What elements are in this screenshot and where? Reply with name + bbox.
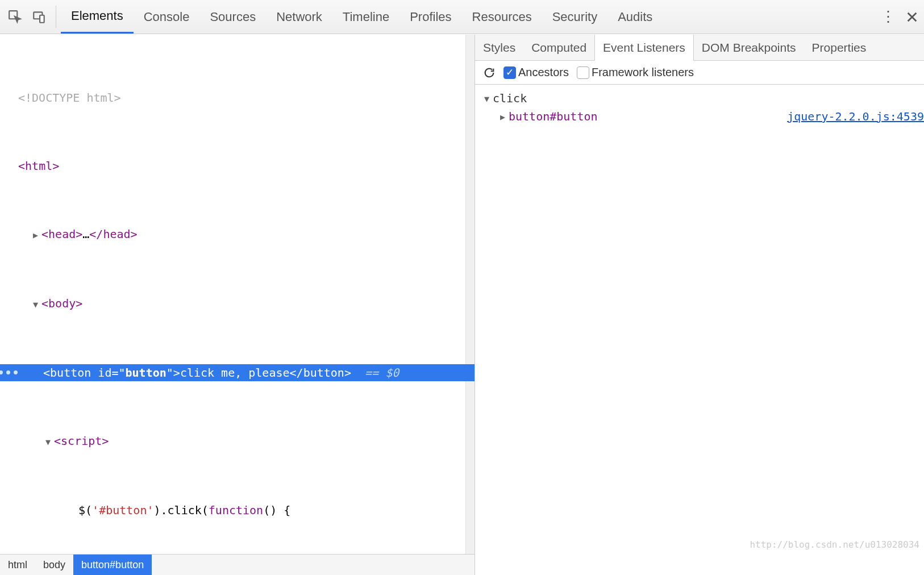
line-actions-icon[interactable]: •••	[0, 364, 17, 381]
ancestors-checkbox[interactable]: ✓ Ancestors	[503, 66, 569, 79]
event-target-label: button#button	[509, 108, 598, 125]
doctype-line: <!DOCTYPE html>	[6, 89, 475, 106]
checkbox-unchecked-icon	[577, 66, 589, 79]
source-link[interactable]: jquery-2.2.0.js:4539	[787, 108, 924, 125]
select-element-icon[interactable]	[3, 0, 27, 34]
tab-network[interactable]: Network	[266, 0, 332, 34]
breadcrumb: html body button#button	[0, 554, 475, 575]
collapse-arrow-icon[interactable]	[43, 432, 53, 451]
script-line-1: $('#button').click(function() {	[6, 502, 475, 519]
ancestors-label: Ancestors	[518, 66, 569, 79]
collapse-arrow-icon[interactable]	[482, 89, 492, 107]
framework-label: Framework listeners	[592, 66, 694, 79]
tab-elements[interactable]: Elements	[61, 0, 134, 34]
event-target-row[interactable]: button#button jquery-2.2.0.js:4539	[482, 107, 924, 126]
framework-checkbox[interactable]: Framework listeners	[577, 66, 694, 79]
event-type-label: click	[493, 90, 527, 107]
html-open-line[interactable]: <html>	[6, 157, 475, 174]
head-line[interactable]: <head>…</head>	[6, 226, 475, 244]
separator	[56, 6, 56, 28]
tab-resources[interactable]: Resources	[462, 0, 542, 34]
watermark-text: http://blog.csdn.net/u013028034	[750, 539, 919, 550]
dom-tree[interactable]: <!DOCTYPE html> <html> <head>…</head> <b…	[0, 35, 475, 554]
sub-tab-dom-breakpoints[interactable]: DOM Breakpoints	[694, 35, 804, 60]
selected-button-line[interactable]: •••<button id="button">click me, please<…	[6, 364, 475, 381]
elements-tree-pane: <!DOCTYPE html> <html> <head>…</head> <b…	[0, 35, 475, 575]
script-open-line[interactable]: <script>	[6, 432, 475, 451]
main-tabset: Elements Console Sources Network Timelin…	[61, 0, 663, 34]
tab-profiles[interactable]: Profiles	[399, 0, 461, 34]
crumb-button[interactable]: button#button	[73, 555, 152, 575]
expand-arrow-icon[interactable]	[498, 107, 507, 126]
collapse-arrow-icon[interactable]	[31, 295, 40, 313]
sub-tab-styles[interactable]: Styles	[475, 35, 523, 60]
expand-arrow-icon[interactable]	[31, 226, 40, 244]
toggle-device-icon[interactable]	[27, 0, 51, 34]
event-category-row[interactable]: click	[482, 89, 924, 107]
sub-tab-event-listeners[interactable]: Event Listeners	[594, 35, 694, 61]
sidebar-pane: Styles Computed Event Listeners DOM Brea…	[475, 35, 924, 575]
body-open-line[interactable]: <body>	[6, 295, 475, 313]
svg-rect-2	[40, 15, 44, 22]
sidebar-tabset: Styles Computed Event Listeners DOM Brea…	[475, 35, 924, 61]
sub-tab-properties[interactable]: Properties	[804, 35, 875, 60]
listeners-toolbar: ✓ Ancestors Framework listeners	[475, 61, 924, 85]
devtools-top-bar: Elements Console Sources Network Timelin…	[0, 0, 924, 34]
tab-audits[interactable]: Audits	[607, 0, 663, 34]
tab-timeline[interactable]: Timeline	[332, 0, 399, 34]
sub-tab-computed[interactable]: Computed	[523, 35, 594, 60]
tab-console[interactable]: Console	[134, 0, 200, 34]
tab-security[interactable]: Security	[542, 0, 607, 34]
event-listener-list: click button#button jquery-2.2.0.js:4539	[475, 85, 924, 126]
tab-sources[interactable]: Sources	[199, 0, 266, 34]
crumb-body[interactable]: body	[35, 555, 73, 575]
close-icon[interactable]	[900, 0, 924, 34]
kebab-menu-icon[interactable]: ⋮	[876, 0, 900, 34]
crumb-html[interactable]: html	[0, 555, 35, 575]
scrollbar[interactable]	[465, 35, 475, 554]
main-area: <!DOCTYPE html> <html> <head>…</head> <b…	[0, 34, 924, 575]
checkbox-checked-icon: ✓	[503, 66, 516, 79]
refresh-icon[interactable]	[483, 66, 496, 79]
